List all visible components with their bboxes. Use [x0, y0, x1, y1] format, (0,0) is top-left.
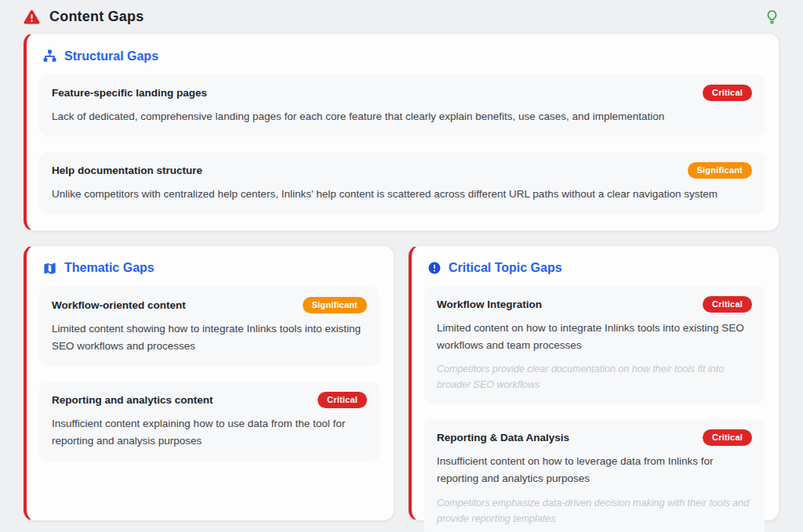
- gap-item-title: Reporting & Data Analysis: [437, 429, 569, 443]
- gap-item-description: Insufficient content explaining how to u…: [52, 415, 367, 451]
- severity-badge: Critical: [318, 392, 367, 408]
- card-title: Thematic Gaps: [64, 261, 154, 275]
- card-structural-header: Structural Gaps: [39, 45, 765, 74]
- gap-item: Feature-specific landing pages Critical …: [39, 74, 765, 136]
- severity-badge: Critical: [703, 429, 752, 446]
- card-title: Structural Gaps: [64, 49, 158, 63]
- card-structural-gaps: Structural Gaps Feature-specific landing…: [24, 33, 779, 231]
- gap-item-title: Reporting and analytics content: [52, 392, 213, 406]
- map-icon: [42, 261, 57, 276]
- gap-item-title: Workflow Integration: [437, 296, 542, 310]
- gap-item-description: Limited content on how to integrate Inli…: [437, 320, 752, 355]
- gap-item-description: Limited content showing how to integrate…: [52, 320, 367, 356]
- alert-circle-icon: [427, 261, 441, 275]
- gap-item-title: Help documentation structure: [52, 162, 202, 176]
- severity-badge: Significant: [688, 162, 752, 179]
- gap-item-description: Unlike competitors with centralized help…: [52, 186, 752, 203]
- card-critical-topic-gaps: Critical Topic Gaps Workflow Integration…: [409, 245, 779, 521]
- gap-item: Help documentation structure Significant…: [39, 152, 765, 214]
- card-critical-topic-header: Critical Topic Gaps: [424, 258, 765, 286]
- gap-item: Reporting and analytics content Critical…: [39, 382, 380, 461]
- gap-item-description: Lack of dedicated, comprehensive landing…: [52, 108, 752, 125]
- severity-badge: Critical: [703, 85, 752, 101]
- competitor-note: Competitors emphasize data-driven decisi…: [437, 495, 752, 527]
- gap-item-description: Insufficient content on how to leverage …: [437, 453, 752, 488]
- gap-item: Workflow Integration Critical Limited co…: [424, 286, 765, 404]
- severity-badge: Critical: [703, 296, 752, 313]
- card-thematic-header: Thematic Gaps: [39, 258, 380, 287]
- gap-item: Workflow-oriented content Significant Li…: [39, 287, 380, 367]
- page-header: Content Gaps: [0, 0, 803, 31]
- gap-item: Reporting & Data Analysis Critical Insuf…: [424, 419, 765, 532]
- card-title: Critical Topic Gaps: [449, 261, 562, 275]
- content-area: Structural Gaps Feature-specific landing…: [0, 31, 803, 530]
- page-title: Content Gaps: [49, 9, 144, 25]
- sitemap-icon: [42, 49, 57, 63]
- competitor-note: Competitors provide clear documentation …: [437, 361, 752, 393]
- gap-item-title: Feature-specific landing pages: [52, 85, 207, 99]
- gap-item-title: Workflow-oriented content: [52, 297, 186, 311]
- card-thematic-gaps: Thematic Gaps Workflow-oriented content …: [24, 245, 394, 521]
- severity-badge: Significant: [303, 297, 367, 313]
- lightbulb-icon[interactable]: [765, 9, 779, 24]
- alert-triangle-icon: [24, 9, 40, 25]
